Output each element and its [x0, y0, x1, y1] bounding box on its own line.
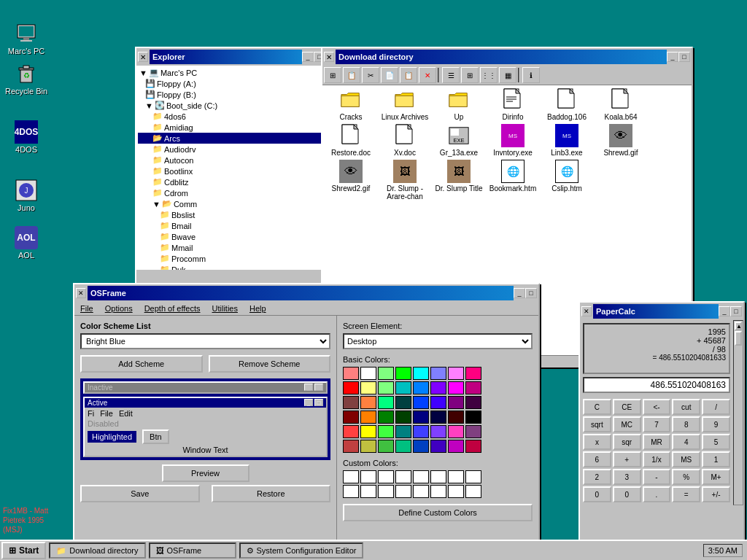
calc-btn-1x[interactable]: 1/x — [643, 451, 671, 467]
file-bookmark[interactable]: 🌐 Bookmark.htm — [487, 160, 538, 201]
calc-btn-8[interactable]: 8 — [672, 416, 700, 432]
calc-btn-1[interactable]: 1 — [702, 451, 730, 467]
basic-color-cell-17[interactable] — [360, 396, 376, 409]
basic-color-cell-22[interactable] — [448, 396, 464, 409]
file-restore[interactable]: Restore.doc — [325, 124, 376, 157]
custom-color-cell-4[interactable] — [413, 470, 429, 483]
file-drslump[interactable]: 🖼 Dr. Slump - Arare-chan — [379, 160, 430, 201]
calc-btn-[interactable]: - — [643, 469, 671, 485]
explorer-minimize-btn[interactable]: _ — [302, 52, 314, 62]
basic-color-cell-23[interactable] — [465, 396, 481, 409]
basic-color-cell-0[interactable] — [343, 367, 359, 380]
basic-color-cell-47[interactable] — [465, 440, 481, 453]
basic-color-cell-11[interactable] — [395, 381, 411, 394]
custom-color-cell-11[interactable] — [395, 485, 411, 498]
calc-btn-c[interactable]: C — [583, 399, 611, 415]
tree-item-bbslist[interactable]: 📁 Bbslist — [138, 209, 325, 220]
papercalc-close-btn[interactable]: ✕ — [581, 306, 592, 316]
toolbar-btn-1[interactable]: ⊞ — [324, 67, 341, 83]
tree-item-mmail[interactable]: 📁 Mmail — [138, 242, 325, 253]
calc-btn-sqr[interactable]: sqr — [613, 434, 641, 450]
menu-help[interactable]: Help — [247, 303, 269, 314]
file-baddog[interactable]: Baddog.106 — [541, 88, 592, 121]
toolbar-btn-delete[interactable]: ✕ — [419, 67, 436, 83]
tree-item-comm[interactable]: ▼ 📂 Comm — [138, 198, 325, 209]
taskbar-btn-download[interactable]: 📁 Download directory — [49, 542, 145, 559]
basic-color-cell-45[interactable] — [430, 440, 446, 453]
explorer-tree[interactable]: ▼ 💻 Marc's PC 💾 Floppy (A:) 💾 Floppy (B:… — [136, 66, 327, 270]
basic-color-cell-6[interactable] — [448, 367, 464, 380]
papercalc-maximize-btn[interactable]: □ — [730, 306, 742, 316]
calc-btn-7[interactable]: 7 — [643, 416, 671, 432]
basic-color-cell-14[interactable] — [448, 381, 464, 394]
start-button[interactable]: ⊞ Start — [1, 542, 46, 559]
custom-color-cell-14[interactable] — [448, 485, 464, 498]
file-shrewd[interactable]: 👁 Shrewd.gif — [595, 124, 646, 157]
download-minimize-btn[interactable]: _ — [667, 52, 678, 62]
calc-btn-0[interactable]: 0 — [613, 486, 641, 502]
desktop-icon-juno[interactable]: J Juno — [3, 179, 50, 212]
basic-color-cell-24[interactable] — [343, 411, 359, 424]
file-gr13a[interactable]: EXE Gr_13a.exe — [433, 124, 484, 157]
calc-btn-m[interactable]: M+ — [702, 469, 730, 485]
custom-color-cell-13[interactable] — [430, 485, 446, 498]
basic-color-cell-29[interactable] — [430, 411, 446, 424]
tree-item-marcs-pc[interactable]: ▼ 💻 Marc's PC — [138, 67, 325, 78]
custom-color-cell-9[interactable] — [360, 485, 376, 498]
toolbar-btn-cut[interactable]: ✂ — [362, 67, 379, 83]
calc-btn-4[interactable]: 4 — [672, 434, 700, 450]
basic-color-cell-27[interactable] — [395, 411, 411, 424]
custom-color-cell-12[interactable] — [413, 485, 429, 498]
custom-color-cell-5[interactable] — [430, 470, 446, 483]
toolbar-btn-view1[interactable]: ☰ — [442, 67, 460, 83]
tree-item-4dos6[interactable]: 📁 4dos6 — [138, 111, 325, 122]
custom-color-cell-0[interactable] — [343, 470, 359, 483]
scroll-thumb[interactable] — [735, 331, 742, 346]
basic-color-cell-12[interactable] — [413, 381, 429, 394]
basic-color-cell-21[interactable] — [430, 396, 446, 409]
calc-btn-5[interactable]: 5 — [702, 434, 730, 450]
calc-btn-2[interactable]: 2 — [583, 469, 611, 485]
basic-color-cell-36[interactable] — [413, 425, 429, 438]
screen-element-select[interactable]: Desktop — [343, 333, 533, 349]
basic-color-cell-7[interactable] — [465, 367, 481, 380]
toolbar-btn-2[interactable]: 📋 — [343, 67, 360, 83]
custom-color-cell-7[interactable] — [465, 470, 481, 483]
basic-color-cell-1[interactable] — [360, 367, 376, 380]
calc-btn-sqrt[interactable]: sqrt — [583, 416, 611, 432]
explorer-close-btn[interactable]: ✕ — [138, 52, 148, 62]
basic-color-cell-39[interactable] — [465, 425, 481, 438]
file-up[interactable]: Up — [433, 88, 484, 121]
restore-btn[interactable]: Restore — [212, 485, 331, 502]
toolbar-btn-view3[interactable]: ⋮⋮ — [480, 67, 498, 83]
basic-color-cell-3[interactable] — [395, 367, 411, 380]
custom-color-cell-8[interactable] — [343, 485, 359, 498]
basic-color-cell-16[interactable] — [343, 396, 359, 409]
basic-color-cell-20[interactable] — [413, 396, 429, 409]
calc-btn-[interactable]: <- — [643, 399, 671, 415]
remove-scheme-btn[interactable]: Remove Scheme — [209, 355, 331, 373]
scroll-up-btn[interactable]: ▲ — [735, 322, 742, 330]
calc-btn-[interactable]: / — [702, 399, 730, 415]
basic-color-cell-5[interactable] — [430, 367, 446, 380]
tree-item-amidiag[interactable]: 📁 Amidiag — [138, 122, 325, 133]
calc-btn-[interactable]: + — [613, 451, 641, 467]
calc-btn-0[interactable]: 0 — [583, 486, 611, 502]
calc-btn-ms[interactable]: MS — [672, 451, 700, 467]
basic-color-cell-43[interactable] — [395, 440, 411, 453]
basic-color-cell-26[interactable] — [378, 411, 394, 424]
menu-file[interactable]: File — [77, 303, 96, 314]
basic-color-cell-34[interactable] — [378, 425, 394, 438]
basic-color-cell-9[interactable] — [360, 381, 376, 394]
define-custom-colors-btn[interactable]: Define Custom Colors — [343, 504, 533, 521]
basic-color-cell-46[interactable] — [448, 440, 464, 453]
file-koala[interactable]: Koala.b64 — [595, 88, 646, 121]
tree-item-floppy-a[interactable]: 💾 Floppy (A:) — [138, 78, 325, 89]
custom-color-cell-1[interactable] — [360, 470, 376, 483]
basic-color-cell-19[interactable] — [395, 396, 411, 409]
toolbar-btn-view2[interactable]: ⊞ — [461, 67, 479, 83]
desktop-icon-4dos[interactable]: 4DOS 4DOS — [3, 120, 50, 154]
calc-btn-9[interactable]: 9 — [702, 416, 730, 432]
desktop-icon-marcs-pc[interactable]: Marc's PC — [3, 22, 50, 55]
basic-color-cell-10[interactable] — [378, 381, 394, 394]
